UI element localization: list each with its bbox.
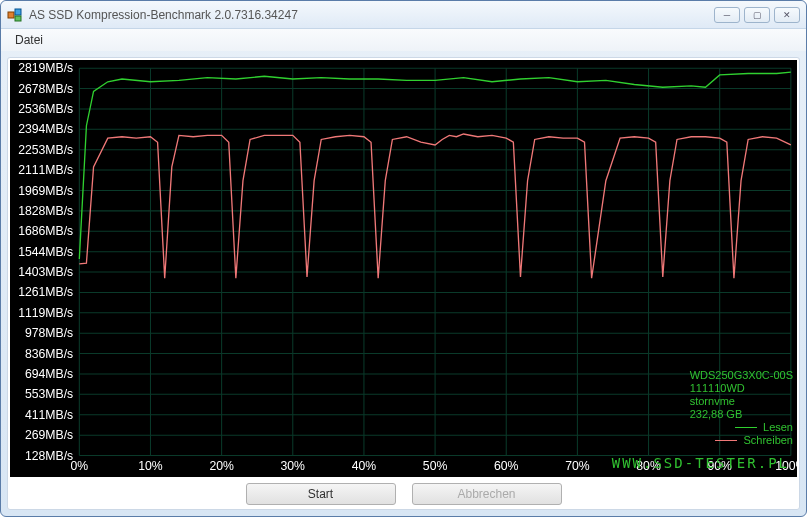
svg-text:2394MB/s: 2394MB/s [18, 122, 73, 136]
svg-text:0%: 0% [70, 459, 88, 473]
legend-read-label: Lesen [763, 421, 793, 434]
legend-write-label: Schreiben [743, 434, 793, 447]
svg-text:269MB/s: 269MB/s [25, 428, 73, 442]
svg-text:10%: 10% [138, 459, 163, 473]
cancel-button: Abbrechen [412, 483, 562, 505]
svg-text:1686MB/s: 1686MB/s [18, 224, 73, 238]
device-info: WDS250G3X0C-00S 111110WD stornvme 232,88… [690, 369, 793, 447]
svg-rect-2 [15, 16, 21, 21]
svg-rect-0 [8, 12, 14, 18]
maximize-icon: ▢ [753, 10, 762, 20]
svg-text:1119MB/s: 1119MB/s [18, 306, 73, 320]
svg-text:50%: 50% [423, 459, 448, 473]
svg-text:30%: 30% [281, 459, 306, 473]
device-firmware: 111110WD [690, 382, 793, 395]
start-button[interactable]: Start [246, 483, 396, 505]
svg-text:70%: 70% [565, 459, 590, 473]
minimize-icon: ─ [724, 10, 730, 20]
device-model: WDS250G3X0C-00S [690, 369, 793, 382]
app-window: AS SSD Kompression-Benchmark 2.0.7316.34… [0, 0, 807, 517]
legend-write-swatch [715, 440, 737, 441]
close-button[interactable]: ✕ [774, 7, 800, 23]
svg-text:2536MB/s: 2536MB/s [18, 102, 73, 116]
svg-text:128MB/s: 128MB/s [25, 449, 73, 463]
window-controls: ─ ▢ ✕ [714, 7, 800, 23]
svg-text:2819MB/s: 2819MB/s [18, 61, 73, 75]
chart-area: 128MB/s269MB/s411MB/s553MB/s694MB/s836MB… [10, 60, 797, 477]
watermark: WWW.SSD-TESTER.PL [612, 455, 789, 471]
svg-text:1403MB/s: 1403MB/s [18, 265, 73, 279]
svg-text:836MB/s: 836MB/s [25, 347, 73, 361]
minimize-button[interactable]: ─ [714, 7, 740, 23]
svg-text:2253MB/s: 2253MB/s [18, 143, 73, 157]
maximize-button[interactable]: ▢ [744, 7, 770, 23]
svg-rect-1 [15, 9, 21, 15]
svg-text:1261MB/s: 1261MB/s [18, 286, 73, 300]
titlebar: AS SSD Kompression-Benchmark 2.0.7316.34… [1, 1, 806, 29]
device-driver: stornvme [690, 395, 793, 408]
svg-text:978MB/s: 978MB/s [25, 326, 73, 340]
svg-text:553MB/s: 553MB/s [25, 387, 73, 401]
app-icon [7, 7, 23, 23]
button-row: Start Abbrechen [10, 477, 797, 507]
svg-text:694MB/s: 694MB/s [25, 367, 73, 381]
device-capacity: 232,88 GB [690, 408, 793, 421]
menu-file[interactable]: Datei [9, 31, 49, 49]
legend-read: Lesen [690, 421, 793, 434]
menubar: Datei [1, 29, 806, 51]
svg-text:60%: 60% [494, 459, 519, 473]
svg-text:2111MB/s: 2111MB/s [18, 163, 73, 177]
window-title: AS SSD Kompression-Benchmark 2.0.7316.34… [29, 8, 714, 22]
content-panel: 128MB/s269MB/s411MB/s553MB/s694MB/s836MB… [7, 57, 800, 510]
compression-chart: 128MB/s269MB/s411MB/s553MB/s694MB/s836MB… [10, 60, 797, 477]
close-icon: ✕ [783, 10, 791, 20]
svg-text:40%: 40% [352, 459, 377, 473]
legend-write: Schreiben [690, 434, 793, 447]
svg-text:1969MB/s: 1969MB/s [18, 184, 73, 198]
svg-text:1544MB/s: 1544MB/s [18, 245, 73, 259]
legend-read-swatch [735, 427, 757, 428]
svg-text:20%: 20% [209, 459, 234, 473]
svg-text:1828MB/s: 1828MB/s [18, 204, 73, 218]
svg-text:2678MB/s: 2678MB/s [18, 82, 73, 96]
svg-text:411MB/s: 411MB/s [25, 408, 73, 422]
